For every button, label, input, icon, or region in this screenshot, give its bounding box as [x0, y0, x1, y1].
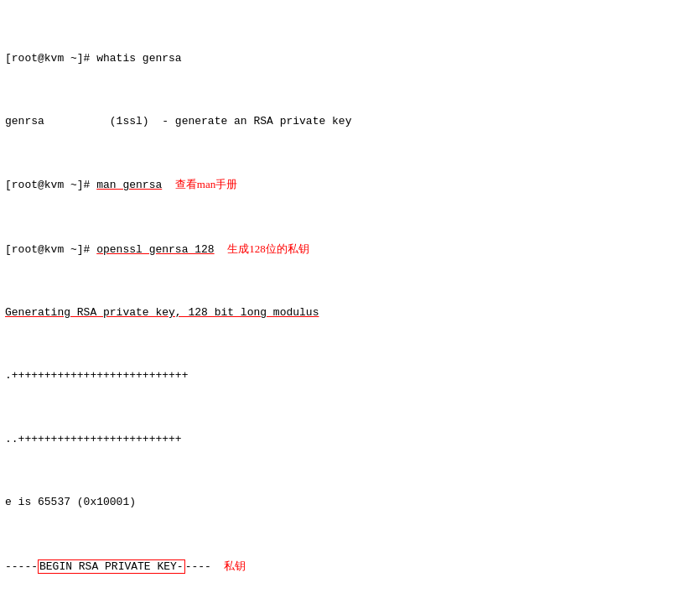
- cmd-whatis: whatis genrsa: [96, 52, 181, 65]
- line-4: [root@kvm ~]# openssl genrsa 128 生成128位的…: [5, 242, 695, 258]
- annotation-gen128: 生成128位的私钥: [227, 242, 309, 255]
- prompt: [root@kvm ~]#: [5, 243, 96, 256]
- prompt: [root@kvm ~]#: [5, 179, 96, 191]
- annotation-privatekey1: 私钥: [224, 559, 246, 572]
- cmd-man-genrsa: man genrsa: [96, 179, 162, 191]
- line-2: genrsa (1ssl) - generate an RSA private …: [5, 114, 695, 130]
- line-3: [root@kvm ~]# man genrsa 查看man手册: [5, 177, 695, 194]
- line-8: e is 65537 (0x10001): [5, 495, 695, 511]
- prompt: [root@kvm ~]#: [5, 52, 96, 65]
- output-gen128-desc: Generating RSA private key, 128 bit long…: [5, 306, 319, 319]
- line-7: ..+++++++++++++++++++++++++: [5, 432, 695, 448]
- line-5: Generating RSA private key, 128 bit long…: [5, 305, 695, 321]
- line-9: -----BEGIN RSA PRIVATE KEY----- 私钥: [5, 559, 695, 575]
- output-genrsa-desc: genrsa (1ssl) - generate an RSA private …: [5, 115, 351, 127]
- line-1: [root@kvm ~]# whatis genrsa: [5, 51, 695, 67]
- annotation-man: 查看man手册: [175, 178, 237, 190]
- cmd-openssl-128: openssl genrsa 128: [96, 243, 214, 256]
- line-6: .+++++++++++++++++++++++++++: [5, 368, 695, 384]
- begin-rsa-key-1: BEGIN RSA PRIVATE KEY-: [38, 559, 185, 574]
- terminal-output: [root@kvm ~]# whatis genrsa genrsa (1ssl…: [5, 3, 695, 614]
